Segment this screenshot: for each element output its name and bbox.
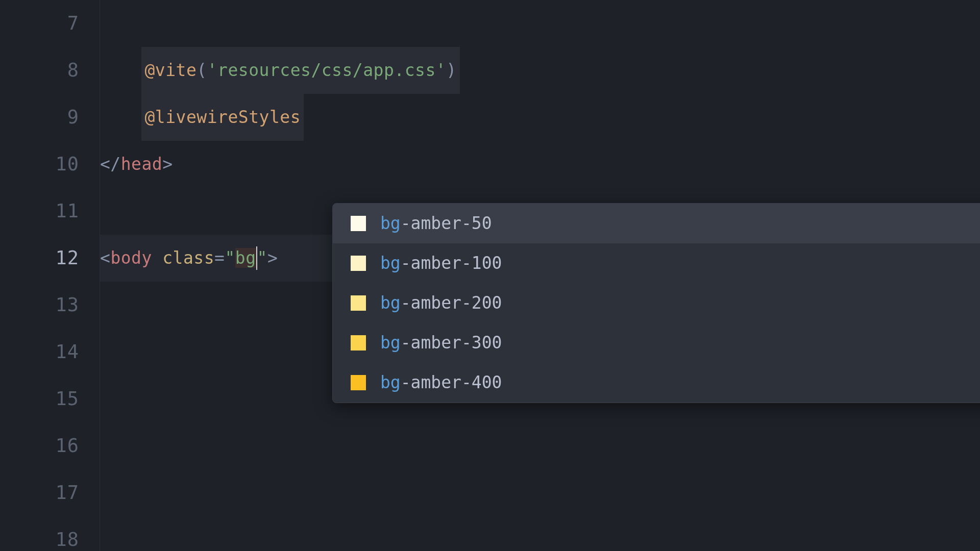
line-number: 14 <box>0 329 100 375</box>
line-number: 11 <box>0 188 100 235</box>
code-line-9: @livewireStyles <box>100 94 980 141</box>
autocomplete-item[interactable]: bg-amber-100 <box>333 243 980 283</box>
color-swatch-icon <box>351 295 366 311</box>
autocomplete-popup[interactable]: bg-amber-50 bg-amber-100 bg-amber-200 bg… <box>332 203 980 403</box>
typed-class-value: bg <box>235 248 256 268</box>
suggestion-text: bg-amber-200 <box>380 283 502 323</box>
autocomplete-item-selected[interactable]: bg-amber-50 <box>333 204 980 243</box>
autocomplete-item[interactable]: bg-amber-300 <box>333 323 980 363</box>
html-tag: body <box>110 248 152 268</box>
code-line-7 <box>100 0 980 47</box>
suggestion-text: bg-amber-300 <box>380 323 502 363</box>
line-number: 10 <box>0 141 100 188</box>
autocomplete-item[interactable]: bg-amber-200 <box>333 283 980 323</box>
blade-directive: @livewireStyles <box>144 107 301 127</box>
color-swatch-icon <box>351 335 366 350</box>
line-number: 17 <box>0 469 100 516</box>
html-tag: head <box>121 154 162 174</box>
html-attribute: class <box>162 248 214 268</box>
text-cursor <box>256 246 257 270</box>
blade-directive: @vite <box>144 60 197 80</box>
color-swatch-icon <box>351 256 366 271</box>
line-number: 9 <box>0 94 100 141</box>
suggestion-text: bg-amber-100 <box>380 243 502 283</box>
code-area[interactable]: @vite('resources/css/app.css') @livewire… <box>100 0 980 551</box>
editor-wrapper: 7 8 9 10 11 12 13 14 15 16 17 18 @vite('… <box>0 0 980 551</box>
line-number: 15 <box>0 375 100 422</box>
line-number-active: 12 <box>0 235 100 282</box>
string-literal: 'resources/css/app.css' <box>207 60 446 80</box>
line-number: 7 <box>0 0 100 47</box>
line-number: 8 <box>0 47 100 94</box>
autocomplete-item[interactable]: bg-amber-400 <box>333 363 980 403</box>
line-number: 18 <box>0 516 100 551</box>
line-number: 16 <box>0 422 100 469</box>
suggestion-text: bg-amber-400 <box>380 363 502 403</box>
code-line-18 <box>100 516 980 551</box>
suggestion-text: bg-amber-50 <box>380 204 492 243</box>
code-line-16 <box>100 422 980 469</box>
code-editor[interactable]: 7 8 9 10 11 12 13 14 15 16 17 18 @vite('… <box>0 0 980 551</box>
code-line-10: </head> <box>100 141 980 188</box>
line-number: 13 <box>0 282 100 329</box>
code-line-8: @vite('resources/css/app.css') <box>100 47 980 94</box>
code-line-17 <box>100 469 980 516</box>
line-number-gutter: 7 8 9 10 11 12 13 14 15 16 17 18 <box>0 0 100 551</box>
color-swatch-icon <box>351 216 366 231</box>
color-swatch-icon <box>351 375 366 390</box>
